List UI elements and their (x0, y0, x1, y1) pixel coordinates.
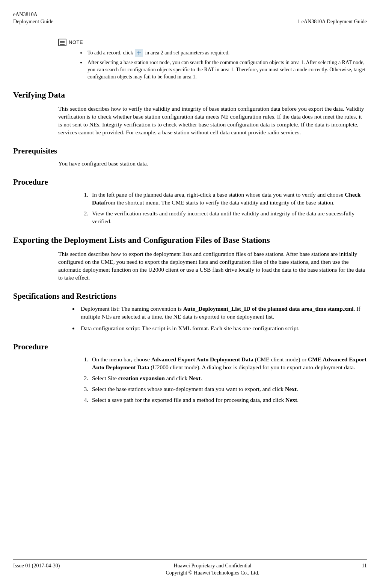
list-item: In the left pane of the planned data are… (90, 191, 367, 207)
step-bold-1: Next (285, 386, 297, 392)
note-text-post: in area 2 and set parameters as required… (145, 50, 229, 56)
list-item: Select the base stations whose auto-depl… (90, 385, 367, 393)
procedure-2-list: On the menu bar, choose Advanced Export … (58, 356, 367, 404)
note-list: To add a record, click in area 2 and set… (58, 49, 367, 81)
specs-list: Deployment list: The naming convention i… (58, 305, 367, 332)
note-text: After selecting a base station root node… (87, 60, 365, 80)
step-bold-1: Advanced Export Auto Deployment Data (151, 356, 253, 362)
list-item: Deployment list: The naming convention i… (78, 305, 367, 321)
note-item: After selecting a base station root node… (86, 59, 367, 81)
note-item: To add a record, click in area 2 and set… (86, 49, 367, 57)
list-item: On the menu bar, choose Advanced Export … (90, 356, 367, 371)
para-verifying: This section describes how to verify the… (58, 105, 367, 137)
heading-verifying-data: Verifying Data (13, 89, 367, 101)
list-item: Select Site creation expansion and click… (90, 374, 367, 382)
para-prerequisites: You have configured base station data. (58, 160, 367, 168)
step-text-mid: (CME client mode) or (253, 356, 308, 362)
heading-procedure-1: Procedure (13, 177, 367, 187)
step-text: View the verification results and modify… (92, 210, 354, 224)
footer-line-2: Copyright © Huawei Technologies Co., Ltd… (81, 570, 344, 577)
step-text-mid: and click (165, 375, 189, 381)
note-block: NOTE To add a record, click in area 2 an… (58, 39, 367, 81)
footer-line-1: Huawei Proprietary and Confidential (81, 562, 344, 570)
heading-specs: Specifications and Restrictions (13, 291, 367, 301)
list-item: View the verification results and modify… (90, 210, 367, 226)
para-exporting: This section describes how to export the… (58, 250, 367, 282)
running-header: eAN3810A Deployment Guide 1 eAN3810A Dep… (13, 11, 367, 28)
note-text-pre: To add a record, click (87, 50, 134, 56)
footer-page: 11 (344, 562, 367, 577)
step-text-pre: In the left pane of the planned data are… (92, 191, 345, 198)
list-item: Data configuration script: The script is… (78, 325, 367, 332)
heading-procedure-2: Procedure (13, 341, 367, 352)
step-bold-1: Next (285, 397, 297, 403)
header-left: eAN3810A Deployment Guide (13, 11, 53, 26)
step-text-post: . (297, 397, 299, 403)
header-product: eAN3810A (13, 11, 53, 18)
heading-exporting: Exporting the Deployment Lists and Confi… (13, 235, 367, 246)
footer-center: Huawei Proprietary and Confidential Copy… (81, 562, 344, 577)
heading-prerequisites: Prerequisites (13, 146, 367, 156)
spec-text: Data configuration script: The script is… (81, 325, 300, 331)
note-icon (58, 39, 66, 46)
procedure-1-block: In the left pane of the planned data are… (58, 191, 367, 226)
specs-block: Deployment list: The naming convention i… (58, 305, 367, 332)
running-footer: Issue 01 (2017-04-30) Huawei Proprietary… (13, 559, 367, 577)
footer-issue: Issue 01 (2017-04-30) (13, 562, 81, 577)
step-text-pre: Select a save path for the exported file… (92, 397, 285, 403)
step-bold-1: creation expansion (118, 375, 165, 381)
spec-bold: Auto_Deployment_List_ID of the planned d… (183, 305, 354, 312)
add-icon (135, 49, 143, 57)
spec-text-pre: Deployment list: The naming convention i… (81, 305, 183, 312)
step-bold-2: Next (189, 375, 201, 381)
step-text-post: . (201, 375, 202, 381)
step-text-post: (U2000 client mode). A dialog box is dis… (149, 364, 355, 370)
step-text-post: from the shortcut menu. The CME starts t… (104, 199, 335, 206)
step-text-pre: Select the base stations whose auto-depl… (92, 386, 285, 392)
step-text-pre: Select Site (92, 375, 118, 381)
step-text-pre: On the menu bar, choose (92, 356, 151, 362)
header-doc-left: Deployment Guide (13, 18, 53, 26)
list-item: Select a save path for the exported file… (90, 396, 367, 404)
note-header: NOTE (58, 39, 367, 46)
header-doc-right: 1 eAN3810A Deployment Guide (297, 18, 367, 26)
procedure-2-block: On the menu bar, choose Advanced Export … (58, 356, 367, 404)
note-label: NOTE (69, 39, 83, 46)
step-text-post: . (297, 386, 298, 392)
procedure-1-list: In the left pane of the planned data are… (58, 191, 367, 226)
